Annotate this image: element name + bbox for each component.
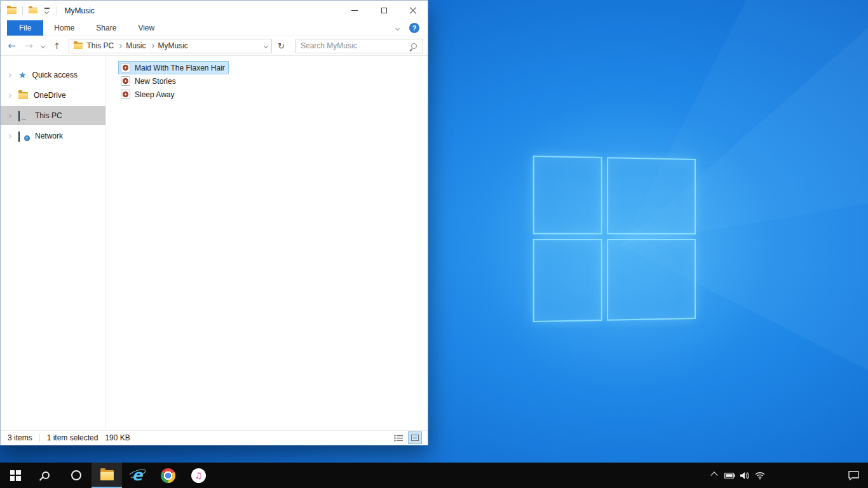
details-view-icon xyxy=(394,435,403,442)
tab-share[interactable]: Share xyxy=(85,20,127,36)
separator xyxy=(22,6,23,15)
chrome-taskbar-button[interactable] xyxy=(153,463,183,488)
windows-start-icon xyxy=(10,470,21,481)
address-dropdown-icon[interactable] xyxy=(264,43,268,48)
expander-chevron-icon[interactable] xyxy=(7,113,11,118)
status-bar: 3 items 1 item selected 190 KB xyxy=(1,430,428,445)
volume-icon xyxy=(740,471,750,480)
sidebar-item-quick-access[interactable]: ★ Quick access xyxy=(1,65,105,85)
forward-button[interactable]: → xyxy=(21,38,37,53)
network-icon xyxy=(18,132,29,140)
file-name: Sleep Away xyxy=(135,90,175,99)
explorer-content: ★ Quick access OneDrive This PC Network xyxy=(1,56,428,430)
ribbon-tab-bar: File Home Share View ? xyxy=(1,20,428,36)
file-row[interactable]: New Stories xyxy=(118,74,180,88)
system-tray xyxy=(707,463,868,488)
start-button[interactable] xyxy=(0,463,31,488)
help-icon[interactable]: ? xyxy=(409,23,419,33)
windows-logo-pane xyxy=(607,239,696,321)
refresh-button[interactable]: ↻ xyxy=(273,38,289,53)
breadcrumb-chevron-icon[interactable] xyxy=(118,44,122,48)
action-center-icon xyxy=(848,471,859,480)
file-explorer-window: MyMusic File Home Share View ? ← → ↑ Thi… xyxy=(0,0,428,445)
volume-tray-button[interactable] xyxy=(737,463,752,488)
file-row[interactable]: Sleep Away xyxy=(118,88,179,101)
cortana-button[interactable] xyxy=(61,463,92,488)
file-name: Maid With The Flaxen Hair xyxy=(135,64,225,72)
minimize-button[interactable] xyxy=(340,1,369,20)
wifi-icon xyxy=(755,471,765,480)
expander-chevron-icon[interactable] xyxy=(7,133,11,138)
view-toggles xyxy=(392,432,421,444)
sidebar-item-label: OneDrive xyxy=(34,91,66,100)
music-file-icon xyxy=(121,76,130,86)
sidebar-item-label: Quick access xyxy=(32,71,78,79)
itunes-icon: ♫ xyxy=(191,468,206,483)
breadcrumb-music[interactable]: Music xyxy=(126,41,146,50)
battery-icon xyxy=(724,473,735,478)
breadcrumb-chevron-icon[interactable] xyxy=(149,44,154,48)
chevron-up-icon xyxy=(710,471,717,478)
navigation-bar: ← → ↑ This PC Music MyMusic ↻ xyxy=(1,36,428,56)
file-explorer-taskbar-button[interactable] xyxy=(92,463,122,488)
windows-logo xyxy=(533,156,696,322)
tab-view[interactable]: View xyxy=(127,20,165,36)
separator xyxy=(57,6,57,15)
onedrive-icon xyxy=(18,92,28,99)
breadcrumb-mymusic[interactable]: MyMusic xyxy=(158,41,188,50)
file-name: New Stories xyxy=(135,77,176,86)
back-button[interactable]: ← xyxy=(4,38,20,53)
tab-home[interactable]: Home xyxy=(43,20,85,36)
expand-ribbon-icon[interactable] xyxy=(395,25,400,30)
file-row[interactable]: Maid With The Flaxen Hair xyxy=(118,61,229,74)
sidebar-item-network[interactable]: Network xyxy=(1,126,105,146)
close-button[interactable] xyxy=(398,1,428,20)
music-file-icon xyxy=(121,63,130,72)
taskbar: e ♫ xyxy=(0,463,868,488)
windows-logo-pane xyxy=(533,239,602,322)
qat-new-folder-icon[interactable] xyxy=(29,8,37,14)
tab-file[interactable]: File xyxy=(7,20,43,36)
window-icon xyxy=(7,7,17,14)
title-bar: MyMusic xyxy=(1,1,428,20)
search-box xyxy=(295,39,423,53)
network-tray-button[interactable] xyxy=(752,463,768,488)
window-title: MyMusic xyxy=(65,6,95,15)
details-view-button[interactable] xyxy=(392,432,405,444)
expander-chevron-icon[interactable] xyxy=(7,93,11,97)
cortana-icon xyxy=(71,470,81,480)
minimize-icon xyxy=(351,10,358,11)
internet-explorer-icon: e xyxy=(129,467,146,484)
sidebar-item-onedrive[interactable]: OneDrive xyxy=(1,86,105,105)
breadcrumb-this-pc[interactable]: This PC xyxy=(87,41,114,50)
maximize-button[interactable] xyxy=(369,1,398,20)
sidebar-item-label: This PC xyxy=(35,111,62,120)
search-icon[interactable] xyxy=(411,43,417,49)
caption-buttons xyxy=(340,1,428,20)
recent-locations-icon[interactable] xyxy=(38,38,48,53)
address-bar[interactable]: This PC Music MyMusic xyxy=(69,39,272,53)
large-icons-view-button[interactable] xyxy=(409,432,421,444)
internet-explorer-taskbar-button[interactable]: e xyxy=(122,463,153,488)
file-explorer-icon xyxy=(100,470,114,480)
search-input[interactable] xyxy=(301,41,407,50)
qat-customize-icon[interactable] xyxy=(43,6,51,15)
large-icons-view-icon xyxy=(411,435,419,441)
close-icon xyxy=(409,7,417,15)
expander-chevron-icon[interactable] xyxy=(7,72,11,77)
quick-access-star-icon: ★ xyxy=(18,71,27,79)
show-hidden-icons-button[interactable] xyxy=(707,463,722,488)
battery-tray-button[interactable] xyxy=(722,463,737,488)
itunes-taskbar-button[interactable]: ♫ xyxy=(183,463,214,488)
file-list: Maid With The Flaxen Hair New Stories Sl… xyxy=(106,56,428,430)
sidebar-item-this-pc[interactable]: This PC xyxy=(1,106,105,125)
address-folder-icon xyxy=(74,43,83,49)
windows-logo-pane xyxy=(607,157,696,234)
computer-icon xyxy=(18,112,29,120)
action-center-button[interactable] xyxy=(839,463,868,488)
navigation-pane: ★ Quick access OneDrive This PC Network xyxy=(1,56,106,430)
up-button[interactable]: ↑ xyxy=(49,38,65,53)
status-selected-count: 1 item selected xyxy=(47,433,98,442)
taskbar-search-button[interactable] xyxy=(31,463,61,488)
windows-logo-pane xyxy=(533,156,602,234)
